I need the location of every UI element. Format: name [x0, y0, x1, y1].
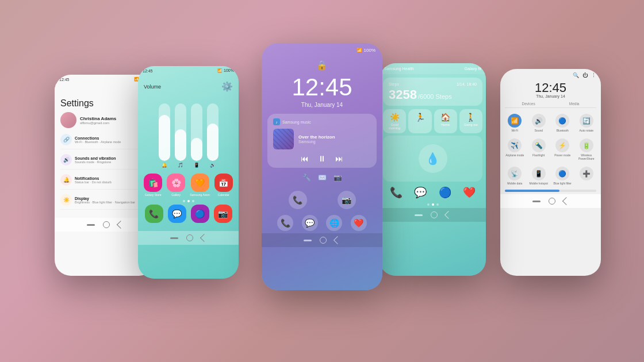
qs-airplane-icon: ✈️ — [508, 138, 522, 152]
vol-bar-2: 🎵 — [175, 103, 186, 168]
health-bottom-bixby[interactable]: 🔵 — [439, 186, 451, 199]
app-gallery[interactable]: 🌸 Gallery — [167, 174, 185, 197]
qs-mobile-data-label: Mobile data — [507, 182, 522, 185]
quick-btn-home[interactable]: 🏠 Home — [434, 109, 457, 133]
vol-nav-recents[interactable] — [170, 237, 178, 239]
qs-bluelight[interactable]: 🔵 Blue light filter — [551, 164, 574, 187]
apps-row2: 📞 💬 🔵 📷 — [144, 205, 233, 223]
lock-nav-home[interactable] — [320, 237, 327, 244]
qs-power-icon[interactable]: ⏻ — [582, 72, 588, 78]
qs-flashlight[interactable]: 🔦 Flashlight — [528, 136, 550, 163]
app-samsung-avion[interactable]: 🧡 Samsung Avion — [190, 174, 210, 197]
quick-btn-good-morning[interactable]: ☀️ Good morning — [383, 109, 406, 133]
qs-mobile-data[interactable]: 📡 Mobile data — [504, 164, 526, 187]
app-calendar[interactable]: 📅 Calendar — [214, 174, 233, 197]
lock-nav-back[interactable] — [334, 236, 342, 244]
phone-icon[interactable]: 📞 — [145, 205, 163, 223]
prev-button[interactable]: ⏮ — [301, 154, 309, 163]
health-nav-back[interactable] — [444, 211, 452, 219]
qs-nav-back[interactable] — [562, 197, 570, 205]
settings-search[interactable]: 🔍 — [60, 87, 150, 94]
music-title: Over the horizon — [298, 134, 335, 140]
health-nav-recents[interactable] — [415, 214, 423, 216]
qs-nav-home[interactable] — [549, 198, 555, 205]
settings-item-connections[interactable]: 🔗 Connections Wi-Fi · Bluetooth · Airpla… — [60, 134, 150, 149]
qs-powermode-icon: ⚡ — [555, 138, 569, 152]
volume-settings-icon[interactable]: ⚙️ — [221, 81, 233, 92]
qs-tab-media[interactable]: Media — [569, 102, 580, 106]
display-icon: ☀️ — [60, 194, 72, 206]
settings-name: Christina Adams — [80, 116, 116, 121]
qs-more-icon[interactable]: ⋮ — [591, 72, 596, 78]
settings-item-display[interactable]: ☀️ Display Brightness · Blue light filte… — [60, 194, 150, 210]
good-morning-label: Good morning — [385, 123, 404, 130]
qs-sound-label: Sound — [535, 129, 543, 132]
lock-nav-recents[interactable] — [304, 240, 312, 241]
music-info: Over the horizon Samsung — [298, 134, 335, 144]
nav-recents[interactable] — [87, 224, 95, 226]
qs-flashlight-label: Flashlight — [532, 153, 545, 157]
qs-wireless-share[interactable]: 🔋 Wireless PowerShare — [576, 136, 598, 163]
health-nav-home[interactable] — [431, 211, 438, 218]
music-body: Over the horizon Samsung — [273, 129, 371, 149]
qs-bluetooth[interactable]: 🔵 Bluetooth — [551, 111, 574, 134]
galaxy-store-label: Galaxy Store — [145, 193, 162, 197]
camera-icon[interactable]: 📷 — [214, 205, 232, 223]
qs-brightness-slider[interactable] — [505, 190, 596, 192]
qs-more-toggle[interactable]: ➕ — [576, 164, 598, 187]
vol-bar-3: 📳 — [191, 103, 202, 168]
settings-item-notifications[interactable]: 🔔 Notifications Status bar · Do not dist… — [60, 174, 150, 190]
music-artist: Samsung — [298, 140, 335, 144]
health-steps-heading: Steps — [389, 82, 399, 86]
health-dot-1 — [427, 203, 430, 206]
bixby-icon[interactable]: 🔵 — [191, 205, 209, 223]
qs-powermode[interactable]: ⚡ Power mode — [551, 136, 574, 163]
page-dots — [144, 200, 233, 202]
quick-btn-run[interactable]: 🏃 — [408, 109, 431, 133]
health-quick-btns: ☀️ Good morning 🏃 🏠 Home 🚶 Going out — [383, 109, 482, 133]
lock-bottom-camera[interactable]: 📷 — [338, 191, 356, 209]
settings-item-sounds-text: Sounds and vibration Sounds mode · Rings… — [75, 156, 116, 164]
messages-icon[interactable]: 💬 — [168, 205, 186, 223]
lock-icon: 🔒 — [262, 60, 382, 71]
display-sub: Brightness · Blue light filter · Navigat… — [75, 201, 135, 204]
nav-home[interactable] — [103, 221, 110, 228]
notif-sub: Status bar · Do not disturb — [75, 180, 112, 184]
qs-sound[interactable]: 🔊 Sound — [528, 111, 550, 134]
vol-icon-4: 🔊 — [210, 163, 216, 168]
vol-track-4 — [207, 103, 218, 161]
nav-back[interactable] — [116, 221, 124, 229]
lock-bottom-app3: 🌐 — [326, 215, 342, 231]
qs-nav-recents[interactable] — [532, 201, 540, 202]
settings-item-sounds[interactable]: 🔊 Sounds and vibration Sounds mode · Rin… — [60, 154, 150, 170]
health-nav-bar — [379, 208, 486, 222]
qs-search-icon[interactable]: 🔍 — [573, 72, 579, 78]
qs-tab-devices[interactable]: Devices — [522, 102, 535, 106]
qs-grid: 📶 Wi-Fi 🔊 Sound 🔵 Bluetooth 🔄 Auto rotat… — [504, 111, 597, 187]
qs-hotspot[interactable]: 📱 Mobile hotspot — [528, 164, 550, 187]
vol-fill-4 — [207, 124, 218, 161]
settings-title: Settings — [60, 98, 150, 109]
qs-airplane[interactable]: ✈️ Airplane mode — [504, 136, 526, 163]
vol-nav-home[interactable] — [186, 234, 193, 241]
lock-bottom-app1: 📞 — [277, 215, 293, 231]
qs-wifi[interactable]: 📶 Wi-Fi — [504, 111, 526, 134]
home-label: Home — [441, 123, 450, 126]
health-bottom-msg[interactable]: 💬 — [414, 186, 427, 199]
vol-track-1 — [159, 103, 170, 161]
app-galaxy-store[interactable]: 🛍️ Galaxy Store — [144, 174, 162, 197]
play-pause-button[interactable]: ⏸ — [318, 154, 326, 163]
lock-bottom-left[interactable]: 📞 — [289, 191, 307, 209]
settings-email: slfbmu@gmail.com — [80, 121, 116, 125]
next-button[interactable]: ⏭ — [335, 154, 343, 163]
qs-autorotate[interactable]: 🔄 Auto rotate — [576, 111, 598, 134]
health-bottom-camera[interactable]: ❤️ — [463, 186, 476, 199]
vol-nav-back[interactable] — [200, 234, 208, 242]
vol-bar-1: 🔔 — [159, 103, 170, 168]
galaxy-store-icon: 🛍️ — [144, 174, 162, 192]
music-thumb — [273, 129, 294, 149]
quick-btn-going-out[interactable]: 🚶 Going out — [459, 109, 482, 133]
health-bottom-phone[interactable]: 📞 — [390, 186, 402, 199]
volume-time: 12:45 — [143, 69, 153, 73]
qs-more-icon2: ➕ — [580, 167, 593, 180]
